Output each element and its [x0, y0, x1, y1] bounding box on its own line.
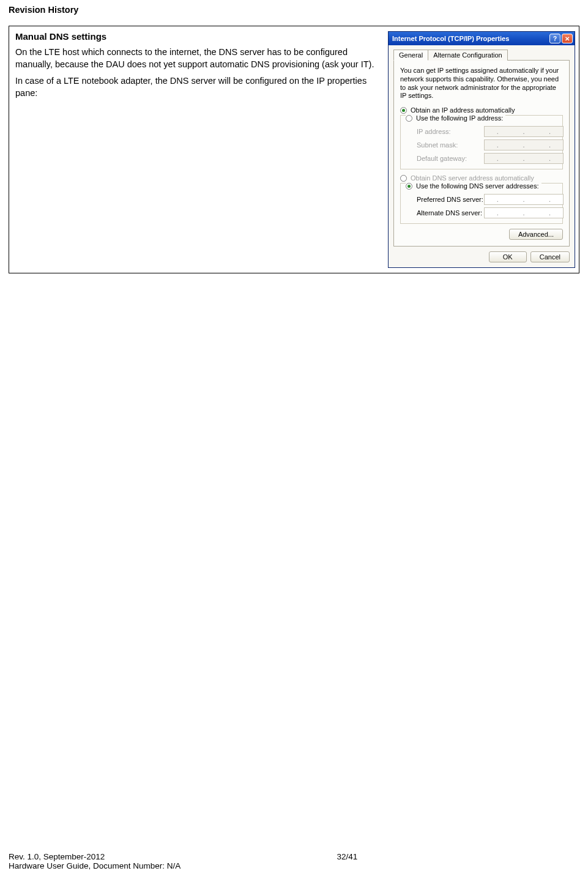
footer-guide: Hardware User Guide, Document Number: N/…	[9, 861, 251, 870]
radio-label: Use the following IP address:	[416, 114, 503, 122]
page-header: Revision History	[9, 5, 579, 15]
radio-ip-manual[interactable]: Use the following IP address:	[406, 114, 505, 122]
dialog-footer: OK Cancel	[393, 251, 570, 262]
content-box: Manual DNS settings On the LTE host whic…	[9, 26, 579, 273]
tab-strip: General Alternate Configuration	[393, 49, 570, 61]
footer-revision: Rev. 1.0, September-2012	[9, 852, 251, 861]
radio-label: Obtain DNS server address automatically	[411, 174, 534, 182]
advanced-button[interactable]: Advanced...	[509, 229, 563, 240]
page-footer: Rev. 1.0, September-2012 Hardware User G…	[9, 852, 579, 870]
radio-icon	[406, 183, 412, 190]
tab-alternate-configuration[interactable]: Alternate Configuration	[428, 50, 508, 61]
radio-label: Obtain an IP address automatically	[411, 106, 515, 114]
tcpip-properties-dialog: Internet Protocol (TCP/IP) Properties ? …	[388, 31, 575, 268]
ok-button[interactable]: OK	[489, 251, 527, 262]
paragraph-1: On the LTE host which connects to the in…	[15, 46, 382, 70]
input-alternate-dns[interactable]: ...	[484, 207, 564, 218]
label-alternate-dns: Alternate DNS server:	[417, 209, 484, 217]
help-button[interactable]: ?	[549, 34, 560, 43]
input-ip-address: ...	[484, 126, 564, 137]
radio-icon	[400, 175, 407, 182]
intro-text: You can get IP settings assigned automat…	[400, 67, 563, 100]
label-ip-address: IP address:	[417, 128, 484, 135]
radio-dns-auto[interactable]: Obtain DNS server address automatically	[400, 174, 563, 182]
radio-icon	[400, 107, 407, 114]
label-subnet-mask: Subnet mask:	[417, 141, 484, 149]
dns-fieldset: Use the following DNS server addresses: …	[400, 183, 563, 224]
radio-label: Use the following DNS server addresses:	[416, 182, 539, 190]
input-default-gateway: ...	[484, 153, 564, 164]
cancel-button[interactable]: Cancel	[530, 251, 570, 262]
ip-fieldset: Use the following IP address: IP address…	[400, 115, 563, 169]
dialog-title: Internet Protocol (TCP/IP) Properties	[392, 35, 548, 42]
text-column: Manual DNS settings On the LTE host whic…	[13, 31, 388, 104]
dialog-titlebar: Internet Protocol (TCP/IP) Properties ? …	[389, 32, 575, 45]
close-button[interactable]: ✕	[562, 34, 573, 43]
label-preferred-dns: Preferred DNS server:	[417, 196, 484, 203]
input-subnet-mask: ...	[484, 139, 564, 150]
section-title: Manual DNS settings	[15, 31, 382, 42]
radio-icon	[406, 115, 412, 122]
dialog-body: General Alternate Configuration You can …	[389, 45, 575, 267]
paragraph-2: In case of a LTE notebook adapter, the D…	[15, 75, 382, 99]
radio-ip-auto[interactable]: Obtain an IP address automatically	[400, 106, 563, 114]
radio-dns-manual[interactable]: Use the following DNS server addresses:	[406, 182, 541, 190]
label-default-gateway: Default gateway:	[417, 155, 484, 162]
tab-pane-general: You can get IP settings assigned automat…	[393, 61, 570, 247]
tab-general[interactable]: General	[393, 50, 428, 61]
input-preferred-dns[interactable]: ...	[484, 194, 564, 205]
footer-page-number: 32/41	[251, 852, 580, 870]
